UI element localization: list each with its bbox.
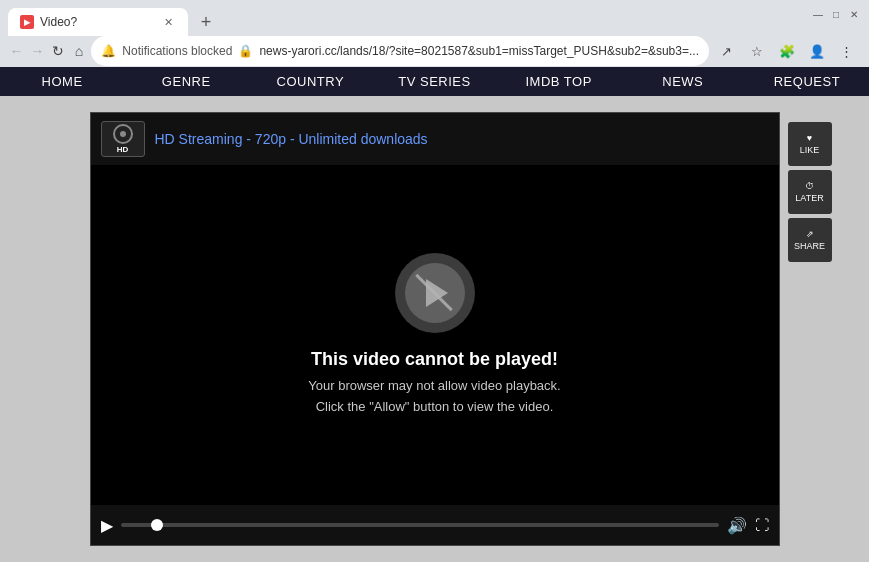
- play-blocked-inner: [405, 263, 465, 323]
- error-line1: Your browser may not allow video playbac…: [308, 378, 560, 393]
- error-text: This video cannot be played! Your browse…: [308, 349, 560, 418]
- like-button[interactable]: ♥ LIKE: [788, 122, 832, 166]
- video-controls: ▶ 🔊 ⛶: [91, 505, 779, 545]
- hd-label: HD: [117, 145, 129, 154]
- fullscreen-button[interactable]: ⛶: [755, 517, 769, 533]
- nav-item-news[interactable]: NEWS: [621, 67, 745, 96]
- tab-close-button[interactable]: ✕: [160, 14, 176, 30]
- nav-item-genre[interactable]: GENRE: [124, 67, 248, 96]
- watch-later-button[interactable]: ⏱ LATER: [788, 170, 832, 214]
- error-line2: Click the "Allow" button to view the vid…: [316, 399, 554, 414]
- bookmark-button[interactable]: ☆: [743, 37, 771, 65]
- new-tab-button[interactable]: +: [192, 8, 220, 36]
- content-area: HD HD Streaming - 720p - Unlimited downl…: [0, 96, 869, 562]
- back-button[interactable]: ←: [8, 37, 25, 65]
- lock-icon: 🔔: [101, 44, 116, 58]
- error-main-text: This video cannot be played!: [308, 349, 560, 370]
- profile-button[interactable]: 👤: [803, 37, 831, 65]
- video-title: HD Streaming - 720p - Unlimited download…: [155, 131, 428, 147]
- share-video-button[interactable]: ⇗ SHARE: [788, 218, 832, 262]
- video-wrapper: HD HD Streaming - 720p - Unlimited downl…: [90, 112, 780, 546]
- video-player: HD HD Streaming - 720p - Unlimited downl…: [90, 112, 780, 546]
- nav-bar: ← → ↻ ⌂ 🔔 Notifications blocked 🔒 news-y…: [0, 36, 869, 67]
- address-bar[interactable]: 🔔 Notifications blocked 🔒 news-yarori.cc…: [91, 36, 709, 66]
- progress-bar[interactable]: [121, 523, 719, 527]
- video-sidebar: ♥ LIKE ⏱ LATER ⇗ SHARE: [788, 122, 832, 262]
- share-button[interactable]: ↗: [713, 37, 741, 65]
- nav-actions: ↗ ☆ 🧩 👤 ⋮: [713, 37, 861, 65]
- later-label: LATER: [795, 193, 823, 203]
- video-header: HD HD Streaming - 720p - Unlimited downl…: [91, 113, 779, 165]
- url-text: news-yarori.cc/lands/18/?site=8021587&su…: [259, 44, 699, 58]
- tab-title: Video?: [40, 15, 154, 29]
- tab-favicon: ▶: [20, 15, 34, 29]
- nav-item-home[interactable]: HOME: [0, 67, 124, 96]
- film-reel-icon: [113, 124, 133, 144]
- browser-tab[interactable]: ▶ Video? ✕: [8, 8, 188, 36]
- home-button[interactable]: ⌂: [70, 37, 87, 65]
- video-body: This video cannot be played! Your browse…: [91, 165, 779, 505]
- menu-button[interactable]: ⋮: [833, 37, 861, 65]
- error-sub-text: Your browser may not allow video playbac…: [308, 376, 560, 418]
- forward-button[interactable]: →: [29, 37, 46, 65]
- maximize-button[interactable]: □: [829, 7, 843, 21]
- nav-item-country[interactable]: COUNTRY: [248, 67, 372, 96]
- notification-blocked-label: Notifications blocked: [122, 44, 232, 58]
- nav-item-imdb-top[interactable]: IMDB TOP: [497, 67, 621, 96]
- later-icon: ⏱: [805, 181, 814, 191]
- share-label: SHARE: [794, 241, 825, 251]
- hd-icon: HD: [101, 121, 145, 157]
- share-icon: ⇗: [806, 229, 814, 239]
- page-nav: HOME GENRE COUNTRY TV SERIES IMDB TOP NE…: [0, 67, 869, 96]
- title-bar: ▶ Video? ✕ + — □ ✕: [0, 0, 869, 36]
- play-button[interactable]: ▶: [101, 516, 113, 535]
- window-controls: — □ ✕: [811, 7, 861, 29]
- volume-button[interactable]: 🔊: [727, 516, 747, 535]
- progress-thumb: [151, 519, 163, 531]
- tab-bar: ▶ Video? ✕ +: [8, 0, 220, 36]
- security-icon: 🔒: [238, 44, 253, 58]
- refresh-button[interactable]: ↻: [50, 37, 67, 65]
- play-blocked-icon: [395, 253, 475, 333]
- browser-frame: ▶ Video? ✕ + — □ ✕ ← → ↻ ⌂ 🔔 Notificatio…: [0, 0, 869, 562]
- minimize-button[interactable]: —: [811, 7, 825, 21]
- like-label: LIKE: [800, 145, 820, 155]
- like-icon: ♥: [807, 133, 812, 143]
- close-button[interactable]: ✕: [847, 7, 861, 21]
- extensions-button[interactable]: 🧩: [773, 37, 801, 65]
- nav-item-request[interactable]: REQUEST: [745, 67, 869, 96]
- nav-item-tv-series[interactable]: TV SERIES: [372, 67, 496, 96]
